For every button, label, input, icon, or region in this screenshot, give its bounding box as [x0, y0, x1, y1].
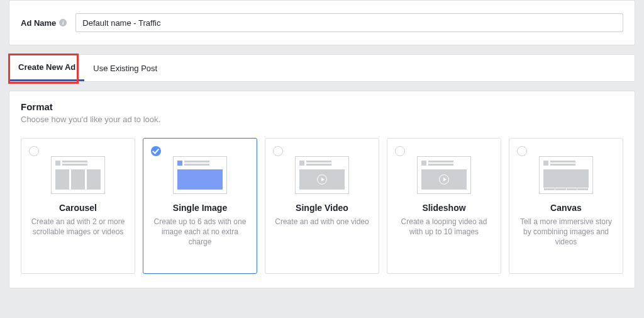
ad-source-tabs: Create New Ad Use Existing Post: [9, 54, 635, 82]
ad-name-label-text: Ad Name: [21, 18, 56, 28]
format-card-single-image[interactable]: Single Image Create up to 6 ads with one…: [143, 138, 257, 274]
tab-label: Use Existing Post: [93, 64, 157, 73]
play-icon: [317, 174, 327, 185]
tab-create-new-ad[interactable]: Create New Ad: [9, 55, 84, 81]
radio-single-image[interactable]: [151, 146, 161, 156]
radio-carousel[interactable]: [29, 146, 39, 156]
format-desc: Tell a more immersive story by combining…: [516, 217, 616, 247]
ad-name-label: Ad Name i: [21, 18, 67, 28]
format-desc: Create a looping video ad with up to 10 …: [394, 217, 494, 237]
format-title: Single Video: [272, 203, 372, 213]
canvas-icon: [539, 156, 593, 194]
ad-name-panel: Ad Name i: [9, 0, 635, 45]
format-title: Carousel: [28, 203, 128, 213]
format-card-slideshow[interactable]: Slideshow Create a looping video ad with…: [387, 138, 501, 274]
format-title: Canvas: [516, 203, 616, 213]
format-options: Carousel Create an ad with 2 or more scr…: [21, 138, 623, 274]
format-desc: Create an ad with 2 or more scrollable i…: [28, 217, 128, 237]
ad-name-input[interactable]: [75, 13, 623, 32]
format-card-single-video[interactable]: Single Video Create an ad with one video: [265, 138, 379, 274]
tab-label: Create New Ad: [18, 62, 75, 72]
format-desc: Create an ad with one video: [272, 217, 372, 227]
format-panel: Format Choose how you'd like your ad to …: [9, 91, 635, 288]
carousel-icon: [51, 156, 105, 194]
format-title: Single Image: [150, 203, 250, 213]
slideshow-icon: [417, 156, 471, 194]
radio-canvas[interactable]: [517, 146, 527, 156]
canvas-thumbstrip: [543, 188, 589, 191]
format-card-carousel[interactable]: Carousel Create an ad with 2 or more scr…: [21, 138, 135, 274]
format-title: Slideshow: [394, 203, 494, 213]
single-video-icon: [295, 156, 349, 194]
play-icon: [439, 174, 449, 185]
format-desc: Create up to 6 ads with one image each a…: [150, 217, 250, 247]
radio-slideshow[interactable]: [395, 146, 405, 156]
format-heading: Format: [21, 101, 623, 112]
info-icon[interactable]: i: [59, 19, 67, 26]
radio-single-video[interactable]: [273, 146, 283, 156]
tab-use-existing-post[interactable]: Use Existing Post: [84, 55, 166, 81]
single-image-icon: [173, 156, 227, 194]
format-card-canvas[interactable]: Canvas Tell a more immersive story by co…: [509, 138, 623, 274]
format-subtext: Choose how you'd like your ad to look.: [21, 115, 623, 124]
